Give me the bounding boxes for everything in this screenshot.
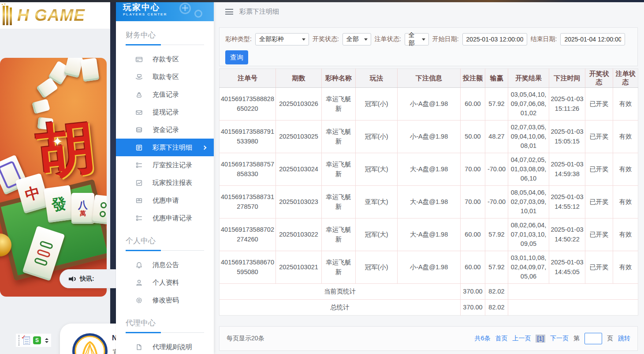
column-header: 投注额 [461,69,485,88]
table-cell: 20250103024 [276,153,322,186]
table-cell: 已开奖 [585,218,613,251]
table-row: 40156917358882865022020250103026幸运飞艇新冠军(… [220,88,638,121]
sidebar-item-envelope-coin[interactable]: 提现记录 [116,103,214,121]
widget-grip-handle[interactable] [19,335,20,346]
table-cell: 2025-01-03 14:55:12 [549,186,585,218]
total-count: 共6条 [475,335,491,343]
sidebar-item-file[interactable]: 代理规则说明 [116,338,214,354]
table-cell: 有效 [613,88,638,121]
sidebar-item-withdraw-hand[interactable]: 取款专区 [116,68,214,86]
file-icon [135,343,143,351]
table-cell: 57.92 [485,88,508,121]
sidebar-item-coin-stack[interactable]: 资金记录 [116,121,214,139]
sidebar-item-list[interactable]: 优惠申请记录 [116,209,214,227]
sidebar-item-label: 消息公告 [153,261,179,269]
promo-hu-character: 胡 [34,117,98,181]
main-content: 彩票下注明细 彩种类型: 全部彩种 开奖状态: 全部 注单状态: 全部 开始日期… [214,2,644,354]
sidebar-item-chart-report[interactable]: 玩家投注报表 [116,174,214,192]
prev-page-link[interactable]: 上一页 [512,335,531,343]
sidebar-item-label: 资金记录 [153,126,179,134]
sidebar-item-gear[interactable]: 修改密码 [116,291,214,309]
s-app-icon[interactable]: S [33,336,41,344]
first-page-link[interactable]: 首页 [495,335,507,343]
hamburger-menu-icon[interactable] [225,9,233,15]
jump-page-input[interactable] [584,333,602,344]
table-cell: 60.00 [461,218,485,251]
column-header: 注单号 [220,69,276,88]
mahjong-promo-banner: 中 發 八萬 胡 ✦ [0,58,107,297]
site-logo: H GAME [0,2,110,29]
sidebar-item-ticket[interactable]: 优惠申请 [116,192,214,209]
table-cell: 401569173588757858330 [220,153,276,186]
sidebar-item-bell[interactable]: 消息公告 [116,256,214,274]
table-cell: 已开奖 [585,251,613,284]
draw-status-select[interactable]: 全部 [342,33,371,45]
sidebar-item-label: 个人资料 [153,279,179,287]
sidebar-section-title: 代理中心 [126,318,204,328]
section-underline [126,331,204,333]
table-cell: 401569173588670595080 [220,251,276,284]
sidebar-item-list[interactable]: 厅室投注记录 [116,156,214,174]
table-row: 40156917358879153398020250103025幸运飞艇新冠军(… [220,121,638,153]
mahjong-tile [81,58,100,82]
nba-card-subtitle: 宣 [113,348,116,354]
table-row: 40156917358875785833020250103024幸运飞艇新冠军(… [220,153,638,186]
mahjong-tile-dots [92,195,107,225]
next-page-link[interactable]: 下一页 [550,335,569,343]
nba-card-title: NE [112,334,116,342]
lottery-type-select[interactable]: 全部彩种 [255,33,309,45]
table-cell: 大-A盘@1.98 [398,218,461,251]
sidebar-item-label: 玩家投注报表 [153,179,192,187]
table-cell: 401569173588702274260 [220,218,276,251]
end-date-input[interactable] [560,33,625,45]
table-cell: 幸运飞艇新 [322,121,356,153]
warriors-logo-icon [71,332,108,354]
ticket-icon [135,197,143,204]
dark-edge-strip [110,0,116,354]
start-date-input[interactable] [462,33,527,45]
table-cell: 小-A盘@1.98 [398,251,461,284]
table-cell: 08,05,04,06,02,07,03,09,10,01 [508,186,549,218]
table-cell: 57.92 [485,251,508,284]
table-cell: 小-A盘@1.98 [398,121,461,153]
bell-icon [135,261,143,269]
logo-h-bars-icon [3,6,15,25]
current-page-indicator[interactable]: [1] [536,335,545,343]
query-button[interactable]: 查询 [225,50,248,64]
table-cell: 60.00 [461,88,485,121]
list-icon [135,162,143,169]
table-cell: 20250103023 [276,186,322,218]
jump-action-link[interactable]: 跳转 [618,335,630,343]
gamepad-icon [177,2,208,21]
person-icon [135,279,143,286]
table-footer: 每页显示20条 共6条 首页 上一页 [1] 下一页 第 页 跳转 [219,326,638,351]
notes-doc-icon[interactable] [23,336,30,345]
order-status-select[interactable]: 全部 [405,33,429,45]
table-cell: 2025-01-03 14:59:38 [549,153,585,186]
table-cell: 70.00 [461,153,485,186]
table-cell: 03,05,04,10,09,07,06,08,01,02 [508,88,549,121]
table-cell: 冠军(大) [356,218,398,251]
summary-winlose-total: 82.02 [485,284,508,300]
table-cell: 2025-01-03 14:50:22 [549,218,585,251]
sidebar-item-person[interactable]: 个人资料 [116,274,214,291]
summary-winlose-total: 82.02 [485,300,508,316]
table-cell: 大-A盘@1.98 [398,186,461,218]
column-header: 下注时间 [549,69,585,88]
list-icon [135,215,143,222]
detail-doc-icon [135,144,143,151]
sidebar-item-money-bag[interactable]: 充值记录 [116,86,214,103]
summary-label: 当前页统计 [220,284,461,300]
withdraw-hand-icon [135,73,143,81]
order-status-label: 注单状态: [375,35,401,43]
speaker-icon [69,276,76,282]
table-cell: 幸运飞艇新 [322,153,356,186]
sidebar-item-deposit-card[interactable]: 存款专区 [116,50,214,68]
table-cell: -70.00 [485,153,508,186]
section-underline [126,44,204,45]
table-cell: 已开奖 [585,121,613,153]
widget-collapse-arrows[interactable] [45,338,48,343]
sidebar-item-detail-doc[interactable]: 彩票下注明细 [116,139,214,156]
sidebar-section-title: 个人中心 [126,236,204,246]
pagination: 共6条 首页 上一页 [1] 下一页 第 页 跳转 [475,333,630,344]
